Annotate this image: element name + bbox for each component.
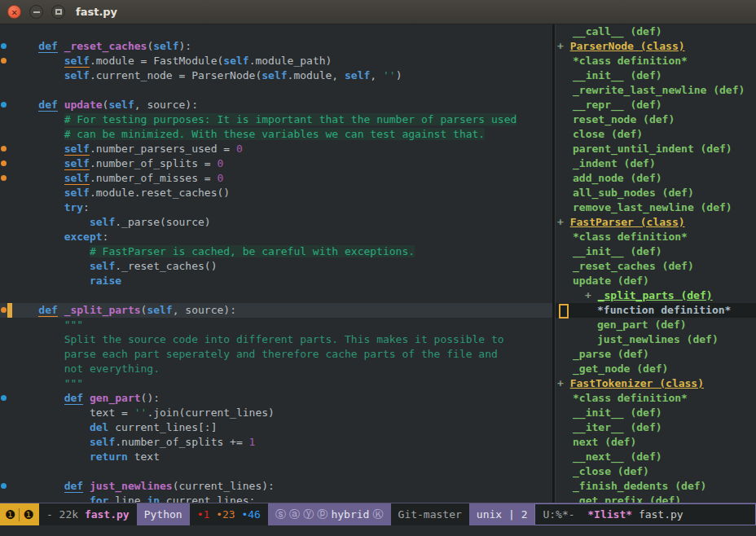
sidebar-item[interactable]: add_node (def) bbox=[556, 171, 756, 186]
code-line[interactable]: # For testing purposes: It is important … bbox=[0, 112, 552, 127]
sidebar-item[interactable]: _parse (def) bbox=[556, 347, 756, 362]
code-line[interactable] bbox=[0, 464, 552, 479]
code-line[interactable]: except: bbox=[0, 230, 552, 244]
sidebar-item-label: _get_node (def) bbox=[573, 362, 668, 375]
code-line[interactable]: # FastParser is cached, be careful with … bbox=[0, 244, 552, 259]
fringe bbox=[0, 68, 13, 83]
sidebar-item[interactable]: + ParserNode (class) bbox=[556, 39, 756, 54]
sidebar-item[interactable]: + FastParser (class) bbox=[556, 215, 756, 230]
sidebar-item-label: reset_node (def) bbox=[573, 113, 675, 125]
code-line[interactable]: self.module.reset_caches() bbox=[0, 186, 552, 200]
window-number-segment[interactable]: ❶❶ bbox=[0, 503, 39, 525]
code-line[interactable] bbox=[0, 288, 552, 303]
sidebar-item-label: add_node (def) bbox=[573, 172, 662, 184]
code-line[interactable]: try: bbox=[0, 200, 552, 215]
buffer-info-segment[interactable]: - 22k fast.py bbox=[39, 503, 137, 525]
code-line[interactable]: Split the source code into different par… bbox=[0, 332, 552, 347]
ilist-buffer-segment[interactable]: U:%*- *Ilist* fast.py bbox=[534, 503, 756, 525]
sidebar-item[interactable]: _finish_dedents (def) bbox=[556, 479, 756, 494]
expand-icon[interactable]: + bbox=[557, 216, 570, 228]
code-line-text: self.number_parsers_used = 0 bbox=[13, 142, 552, 156]
code-editor[interactable]: def _reset_caches(self): self.module = F… bbox=[0, 24, 552, 503]
code-line[interactable]: def update(self, source): bbox=[0, 98, 552, 112]
code-line[interactable]: not everything. bbox=[0, 362, 552, 376]
echo-area[interactable] bbox=[0, 525, 756, 536]
close-button[interactable]: ✕ bbox=[7, 5, 21, 19]
code-line[interactable]: # can be minimized. With these variables… bbox=[0, 127, 552, 142]
sidebar-item[interactable]: all_sub_nodes (def) bbox=[556, 186, 756, 200]
code-line[interactable]: """ bbox=[0, 318, 552, 332]
sidebar-item[interactable]: *function definition* bbox=[556, 303, 756, 318]
sidebar-item[interactable]: __init__ (def) bbox=[556, 68, 756, 83]
sidebar-item-label: *class definition* bbox=[573, 231, 688, 243]
sidebar-item[interactable]: just_newlines (def) bbox=[556, 332, 756, 347]
sidebar-item[interactable]: update (def) bbox=[556, 274, 756, 288]
code-line[interactable]: def just_newlines(current_lines): bbox=[0, 479, 552, 494]
sidebar-item[interactable]: remove_last_newline (def) bbox=[556, 200, 756, 215]
code-line[interactable]: def _reset_caches(self): bbox=[0, 39, 552, 54]
sidebar-item[interactable]: reset_node (def) bbox=[556, 112, 756, 127]
code-line-text: raise bbox=[13, 274, 552, 288]
code-line[interactable]: self.number_parsers_used = 0 bbox=[0, 142, 552, 156]
code-line[interactable]: self.number_of_misses = 0 bbox=[0, 171, 552, 186]
code-line[interactable]: self.current_node = ParserNode(self.modu… bbox=[0, 68, 552, 83]
sidebar-item[interactable]: _rewrite_last_newline (def) bbox=[556, 83, 756, 98]
code-line[interactable]: return text bbox=[0, 450, 552, 464]
sidebar-item[interactable]: _close (def) bbox=[556, 464, 756, 479]
fringe bbox=[0, 186, 13, 200]
sidebar-item[interactable]: __repr__ (def) bbox=[556, 98, 756, 112]
expand-icon[interactable]: + bbox=[557, 40, 570, 52]
code-line[interactable]: self._parse(source) bbox=[0, 215, 552, 230]
sidebar-item[interactable]: __next__ (def) bbox=[556, 450, 756, 464]
sidebar-item[interactable]: *class definition* bbox=[556, 391, 756, 406]
sidebar-item[interactable]: _indent (def) bbox=[556, 156, 756, 171]
code-line[interactable]: self.number_of_splits += 1 bbox=[0, 435, 552, 450]
sidebar-item[interactable]: + _split_parts (def) bbox=[556, 288, 756, 303]
window-number-icon: ❶ bbox=[23, 507, 33, 522]
code-line[interactable]: self._reset_caches() bbox=[0, 259, 552, 274]
sidebar-item[interactable]: __iter__ (def) bbox=[556, 420, 756, 435]
code-line[interactable]: parse each part seperately and therefore… bbox=[0, 347, 552, 362]
code-line[interactable]: def _split_parts(self, source): bbox=[0, 303, 552, 318]
sidebar-item[interactable]: *class definition* bbox=[556, 54, 756, 68]
imenu-sidebar[interactable]: __call__ (def)+ ParserNode (class)*class… bbox=[556, 24, 756, 503]
code-line[interactable]: del current_lines[:] bbox=[0, 420, 552, 435]
sidebar-item[interactable]: + FastTokenizer (class) bbox=[556, 376, 756, 391]
code-line[interactable]: self.module = FastModule(self.module_pat… bbox=[0, 54, 552, 68]
warning-dot-icon bbox=[1, 58, 7, 64]
sidebar-item[interactable]: close (def) bbox=[556, 127, 756, 142]
code-line[interactable]: def gen_part(): bbox=[0, 391, 552, 406]
breakpoint-info-icon bbox=[1, 43, 7, 49]
code-line[interactable]: self.number_of_splits = 0 bbox=[0, 156, 552, 171]
expand-icon[interactable]: + bbox=[557, 377, 570, 389]
code-line[interactable] bbox=[0, 83, 552, 98]
fringe bbox=[0, 464, 13, 479]
sidebar-item[interactable]: __init__ (def) bbox=[556, 244, 756, 259]
code-line[interactable]: raise bbox=[0, 274, 552, 288]
minimize-button[interactable] bbox=[29, 5, 43, 19]
git-branch-segment[interactable]: Git-master bbox=[391, 503, 469, 525]
code-line[interactable]: text = ''.join(current_lines) bbox=[0, 406, 552, 420]
code-line[interactable]: for line in current_lines: bbox=[0, 494, 552, 503]
sidebar-item[interactable]: _get_node (def) bbox=[556, 362, 756, 376]
sidebar-item[interactable]: next (def) bbox=[556, 435, 756, 450]
code-line[interactable] bbox=[0, 24, 552, 39]
sidebar-item[interactable]: gen_part (def) bbox=[556, 318, 756, 332]
major-mode-segment[interactable]: Python bbox=[137, 503, 190, 525]
code-line[interactable]: """ bbox=[0, 376, 552, 391]
code-line-text: del current_lines[:] bbox=[13, 420, 552, 435]
minor-modes-segment[interactable]: ⓢ ⓐ ⓨ ⓟ hybrid Ⓚ bbox=[268, 503, 391, 525]
sidebar-item-label: FastParser (class) bbox=[570, 216, 685, 228]
sidebar-item-label: _split_parts (def) bbox=[598, 289, 713, 301]
sidebar-item[interactable]: __init__ (def) bbox=[556, 406, 756, 420]
encoding-segment[interactable]: unix | 2 bbox=[469, 503, 535, 525]
sidebar-item[interactable]: _get_prefix (def) bbox=[556, 494, 756, 503]
sidebar-item[interactable]: parent_until_indent (def) bbox=[556, 142, 756, 156]
maximize-button[interactable] bbox=[51, 5, 65, 19]
sidebar-item[interactable]: __call__ (def) bbox=[556, 24, 756, 39]
fringe bbox=[0, 435, 13, 450]
sidebar-item[interactable]: _reset_caches (def) bbox=[556, 259, 756, 274]
sidebar-item[interactable]: *class definition* bbox=[556, 230, 756, 244]
expand-icon[interactable]: + bbox=[585, 289, 598, 301]
flycheck-segment[interactable]: •1 •23 •46 bbox=[190, 503, 268, 525]
